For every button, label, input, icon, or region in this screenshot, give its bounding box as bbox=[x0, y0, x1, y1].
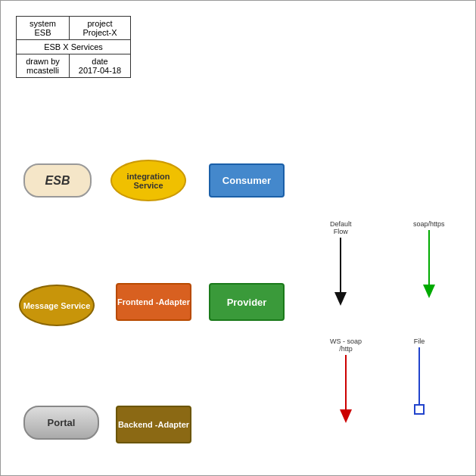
backend-adapter-shape: Backend -Adapter bbox=[116, 406, 191, 443]
services-title: ESB X Services bbox=[17, 40, 130, 54]
soap-https-arrow: soap/https bbox=[413, 220, 445, 298]
portal-shape: Portal bbox=[23, 406, 99, 440]
default-flow-arrow-svg bbox=[334, 238, 347, 306]
default-flow-arrow: Default Flow bbox=[330, 220, 352, 306]
svg-rect-7 bbox=[415, 405, 424, 414]
system-cell: system ESB bbox=[17, 17, 70, 39]
provider-shape: Provider bbox=[209, 283, 285, 321]
svg-marker-3 bbox=[423, 285, 435, 298]
title-block: system ESB project Project-X ESB X Servi… bbox=[16, 16, 131, 78]
frontend-adapter-shape: Frontend -Adapter bbox=[116, 283, 191, 321]
esb-shape: ESB bbox=[23, 163, 92, 198]
message-service-shape: Message Service bbox=[19, 285, 95, 326]
soap-https-arrow-svg bbox=[423, 230, 435, 298]
file-arrow: File bbox=[413, 338, 425, 415]
ws-soap-arrow: WS - soap /http bbox=[330, 338, 362, 423]
svg-marker-1 bbox=[334, 292, 347, 306]
svg-marker-5 bbox=[340, 409, 352, 423]
consumer-shape: Consumer bbox=[209, 163, 285, 198]
drawn-by-cell: drawn by mcastelli bbox=[17, 54, 70, 77]
project-cell: project Project-X bbox=[70, 17, 130, 39]
file-arrow-svg bbox=[413, 347, 425, 415]
date-cell: date 2017-04-18 bbox=[70, 54, 130, 77]
ws-soap-arrow-svg bbox=[340, 355, 352, 423]
integration-service-shape: integration Service bbox=[110, 160, 186, 201]
